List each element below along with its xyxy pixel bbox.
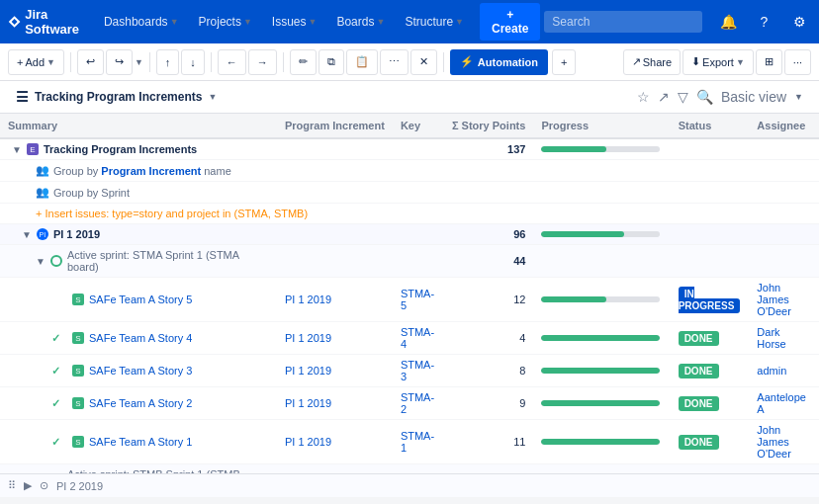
share-button[interactable]: ↗ Share: [623, 49, 681, 75]
story-label[interactable]: SAFe Team A Story 3: [89, 365, 192, 377]
table-container[interactable]: Summary Program Increment Key Σ Story Po…: [0, 114, 819, 473]
sprint-label: Active sprint: STMB Sprint 1 (STMB board…: [67, 468, 269, 473]
forward-button[interactable]: →: [248, 49, 277, 75]
separator: [70, 52, 71, 72]
story-label[interactable]: SAFe Team A Story 4: [89, 332, 192, 344]
collapse-arrow[interactable]: ▶: [24, 479, 32, 492]
settings-icon[interactable]: ⚙: [785, 8, 813, 36]
collapse-icon[interactable]: ▼: [22, 229, 32, 240]
root-label: Tracking Program Increments: [44, 143, 197, 155]
chevron-down-icon: ▼: [455, 17, 464, 27]
story-icon: S: [72, 294, 84, 305]
separator: [283, 52, 284, 72]
story-icon: S: [72, 436, 84, 448]
app-name: Jira Software: [25, 7, 84, 37]
redo-button[interactable]: ↪: [106, 49, 133, 75]
insert-label[interactable]: + Insert issues: type=story and project …: [36, 208, 308, 219]
up-icon: ↑: [165, 56, 171, 68]
close-button[interactable]: ✕: [410, 49, 437, 75]
group-icon: 👥: [36, 186, 49, 199]
add-automation-button[interactable]: +: [552, 49, 576, 75]
share-small-icon[interactable]: ↗: [658, 89, 670, 105]
list-icon: ☰: [16, 89, 29, 105]
pi-group-row: ▼ PI PI 1 2019 96: [0, 224, 819, 245]
sprint-group-row: ▼ Active sprint: STMA Sprint 1 (STMA boa…: [0, 245, 819, 278]
story-label[interactable]: SAFe Team A Story 5: [89, 294, 192, 305]
nav-boards[interactable]: Boards ▼: [328, 11, 393, 33]
nav-structure[interactable]: Structure ▼: [397, 11, 472, 33]
chevron-down-icon: ▼: [309, 17, 318, 27]
story-label[interactable]: SAFe Team A Story 1: [89, 436, 192, 448]
story-icon: S: [72, 332, 84, 344]
search-small-icon[interactable]: 🔍: [696, 89, 713, 105]
close-icon: ✕: [419, 55, 428, 68]
view-label[interactable]: Basic view: [721, 89, 786, 105]
group-by-label: Group by Program Increment name: [53, 165, 231, 177]
undo-button[interactable]: ↩: [77, 49, 104, 75]
add-icon: +: [17, 56, 23, 68]
checkmark: ✓: [51, 332, 67, 345]
top-navigation: Jira Software Dashboards ▼ Projects ▼ Is…: [0, 0, 819, 43]
back-icon: ←: [227, 56, 237, 68]
help-icon[interactable]: ?: [750, 8, 777, 36]
checkmark: ✓: [51, 397, 67, 410]
group-by-sprint-row: 👥 Group by Sprint: [0, 182, 819, 204]
table-row: ✓ S SAFe Team A Story 4 PI 1 2019 STMA-4…: [0, 322, 819, 355]
col-header-progress: Progress: [533, 114, 670, 138]
header-actions: ☆ ↗ ▽ 🔍 Basic view ▼: [637, 89, 803, 105]
nav-issues[interactable]: Issues ▼: [264, 11, 325, 33]
nav-projects[interactable]: Projects ▼: [191, 11, 260, 33]
page-title-area[interactable]: ☰ Tracking Program Increments ▼: [16, 89, 217, 105]
nav-dashboards[interactable]: Dashboards ▼: [96, 11, 187, 33]
bottom-label: PI 2 2019: [56, 480, 103, 492]
insert-row[interactable]: + Insert issues: type=story and project …: [0, 204, 819, 224]
copy-icon: ⧉: [327, 55, 335, 68]
move-down-button[interactable]: ↓: [181, 49, 205, 75]
copy-button[interactable]: ⧉: [318, 49, 344, 75]
forward-icon: →: [257, 56, 268, 68]
star-icon[interactable]: ☆: [637, 89, 650, 105]
sprint-label: Active sprint: STMA Sprint 1 (STMA board…: [67, 249, 269, 273]
checkmark: ✓: [51, 436, 67, 449]
columns-button[interactable]: ⊞: [756, 49, 782, 75]
drag-handle-icon: ⠿: [8, 479, 16, 492]
pi-label: PI 1 2019: [53, 228, 100, 240]
toolbar: + Add ▼ ↩ ↪ ▼ ↑ ↓ ← → ✏ ⧉ 📋 ⋯ ✕ ⚡ Automa…: [0, 43, 819, 81]
epic-icon: E: [27, 143, 39, 155]
col-header-summary: Summary: [0, 114, 277, 138]
table-header-row: Summary Program Increment Key Σ Story Po…: [0, 114, 819, 138]
page-title: Tracking Program Increments: [35, 90, 202, 104]
story-label[interactable]: SAFe Team A Story 2: [89, 397, 192, 409]
table-row: ▼ E Tracking Program Increments 137: [0, 138, 819, 160]
more-options-button[interactable]: ···: [784, 49, 811, 75]
chevron-down-icon: ▼: [46, 57, 55, 67]
more-edit-button[interactable]: ⋯: [380, 49, 409, 75]
collapse-icon[interactable]: ▼: [12, 144, 22, 155]
bottom-bar: ⠿ ▶ ⊙ PI 2 2019: [0, 473, 819, 497]
page-header: ☰ Tracking Program Increments ▼ ☆ ↗ ▽ 🔍 …: [0, 81, 819, 114]
export-icon: ⬇: [691, 55, 700, 68]
create-button[interactable]: + Create: [480, 3, 540, 41]
edit-button[interactable]: ✏: [290, 49, 317, 75]
separator: [443, 52, 444, 72]
search-input[interactable]: [544, 11, 702, 33]
add-button[interactable]: + Add ▼: [8, 49, 64, 75]
notifications-icon[interactable]: 🔔: [714, 8, 742, 36]
app-logo[interactable]: Jira Software: [8, 7, 84, 37]
group-by-row: 👥 Group by Program Increment name: [0, 160, 819, 182]
collapse-icon[interactable]: ▼: [36, 256, 46, 267]
export-button[interactable]: ⬇ Export ▼: [682, 49, 754, 75]
paste-button[interactable]: 📋: [346, 49, 378, 75]
story-icon: S: [72, 365, 84, 377]
filter-icon[interactable]: ▽: [678, 89, 688, 105]
move-up-button[interactable]: ↑: [156, 49, 180, 75]
separator: [149, 52, 150, 72]
col-header-pi: Program Increment: [277, 114, 393, 138]
back-button[interactable]: ←: [218, 49, 246, 75]
col-header-points: Σ Story Points: [444, 114, 533, 138]
chevron-down-icon: ▼: [243, 17, 252, 27]
col-header-status: Status: [671, 114, 750, 138]
automation-button[interactable]: ⚡ Automation: [450, 49, 548, 75]
group-by-sprint-label: Group by Sprint: [53, 187, 130, 199]
jira-logo-icon: [8, 13, 21, 31]
